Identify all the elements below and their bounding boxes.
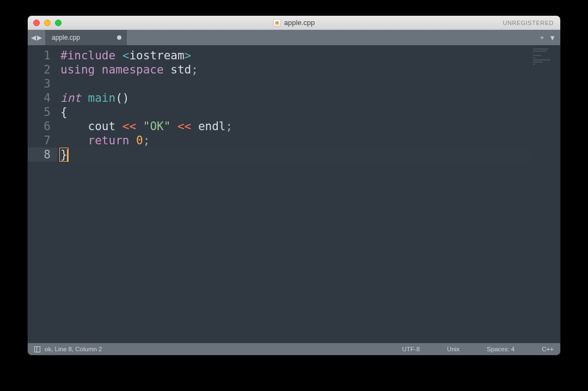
code-line[interactable] (60, 77, 531, 91)
status-left: ok, Line 8, Column 2 (34, 346, 102, 352)
tab-dropdown-icon[interactable]: ▼ (549, 34, 556, 42)
code-line[interactable]: } (60, 148, 531, 162)
code-line[interactable]: { (60, 105, 531, 119)
tab-label: apple.cpp (52, 34, 80, 41)
line-number[interactable]: 3 (28, 77, 57, 91)
text-cursor (67, 149, 68, 161)
nav-arrows: ◀ ▶ (28, 30, 45, 45)
line-number[interactable]: 2 (28, 63, 57, 77)
line-number-gutter[interactable]: 12345678 (28, 45, 57, 343)
status-right: UTF-8 Unix Spaces: 4 C++ (402, 346, 554, 352)
statusbar: ok, Line 8, Column 2 UTF-8 Unix Spaces: … (28, 343, 560, 355)
sidebar-toggle-icon[interactable] (34, 346, 40, 352)
titlebar: apple.cpp UNREGISTERED (28, 16, 560, 30)
traffic-lights (28, 20, 62, 26)
status-syntax[interactable]: C++ (542, 346, 554, 352)
minimap[interactable] (531, 45, 560, 343)
status-cursor-position[interactable]: ok, Line 8, Column 2 (45, 346, 102, 352)
line-number[interactable]: 8 (28, 148, 57, 162)
line-number[interactable]: 6 (28, 119, 57, 133)
nav-back-icon[interactable]: ◀ (31, 34, 36, 41)
code-line[interactable]: #include <iostream> (60, 48, 531, 63)
status-indent[interactable]: Spaces: 4 (487, 346, 514, 352)
zoom-window-button[interactable] (55, 20, 62, 26)
tabbar: ◀ ▶ apple.cpp ＋ ▼ (28, 30, 560, 45)
code-line[interactable]: using namespace std; (60, 63, 531, 77)
tab-dirty-indicator-icon (117, 35, 121, 40)
registration-status: UNREGISTERED (503, 20, 554, 26)
editor-area[interactable]: 12345678 #include <iostream>using namesp… (28, 45, 560, 343)
status-encoding[interactable]: UTF-8 (402, 346, 420, 352)
tab-actions: ＋ ▼ (538, 30, 556, 45)
nav-forward-icon[interactable]: ▶ (37, 34, 42, 41)
new-tab-icon[interactable]: ＋ (538, 33, 546, 42)
file-icon (273, 19, 281, 27)
code-line[interactable]: return 0; (60, 133, 531, 148)
line-number[interactable]: 7 (28, 133, 57, 148)
tab-apple-cpp[interactable]: apple.cpp (45, 30, 127, 45)
line-number[interactable]: 5 (28, 105, 57, 119)
status-line-ending[interactable]: Unix (447, 346, 460, 352)
code-content[interactable]: #include <iostream>using namespace std;i… (57, 45, 531, 343)
code-line[interactable]: cout << "OK" << endl; (60, 119, 531, 133)
line-number[interactable]: 1 (28, 48, 57, 63)
line-number[interactable]: 4 (28, 91, 57, 105)
window-title-text: apple.cpp (284, 19, 315, 27)
close-window-button[interactable] (33, 20, 40, 26)
window-title: apple.cpp (273, 19, 315, 27)
code-line[interactable]: int main() (60, 91, 531, 105)
editor-window: apple.cpp UNREGISTERED ◀ ▶ apple.cpp ＋ ▼… (27, 15, 561, 356)
minimize-window-button[interactable] (44, 20, 51, 26)
